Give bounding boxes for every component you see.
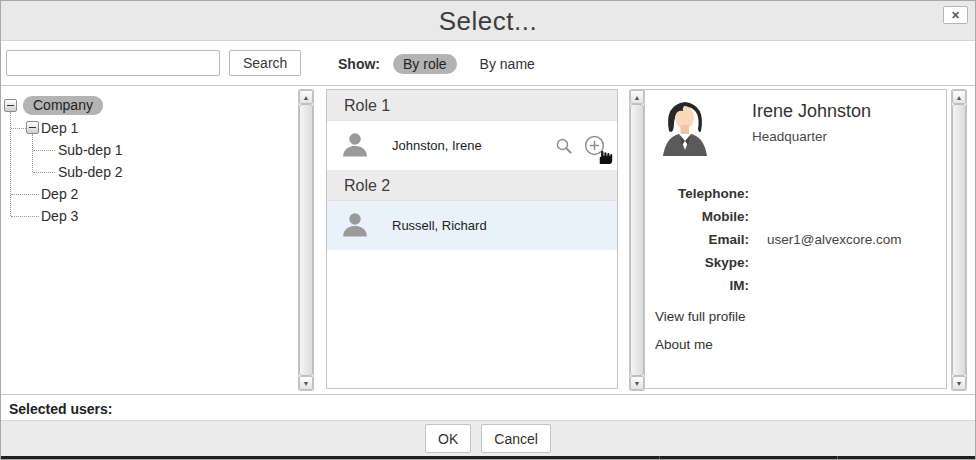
show-label: Show: [338,56,380,72]
select-dialog: Select... ✕ Search Show: By role By name… [0,0,976,460]
tree-item-label: Dep 2 [41,183,78,205]
profile-header: Irene Johnston Headquarter [645,90,946,156]
show-option-by-name[interactable]: By name [470,54,545,74]
tree-item-company[interactable]: Company [1,95,297,117]
ok-button[interactable]: OK [425,424,471,453]
profile-links: View full profileAbout me [645,309,946,352]
person-icon [340,129,370,163]
tree-connector [11,128,26,129]
scroll-down-arrow-icon[interactable]: ▼ [952,376,966,390]
profile-field-telephone: Telephone: [645,182,946,205]
scrollbar-thumb[interactable] [952,104,966,376]
scrollbar-thumb[interactable] [299,104,313,376]
roles-scrollbar[interactable]: ▲ ▼ [629,89,645,391]
user-name: Johnston, Irene [392,138,482,153]
user-profile-panel: Irene Johnston Headquarter Telephone:Mob… [644,89,947,389]
profile-link-view-full-profile[interactable]: View full profile [655,309,946,324]
tree-item-label: Dep 1 [41,117,78,139]
user-name: Russell, Richard [392,218,487,233]
collapse-toggle-icon[interactable] [26,121,39,134]
profile-field-email: Email:user1@alvexcore.com [645,228,946,251]
tree-item-sub-dep-2[interactable]: Sub-dep 2 [1,161,297,183]
profile-avatar [661,98,709,156]
profile-department: Headquarter [752,129,871,144]
strip-divider [659,456,660,460]
collapse-toggle-icon[interactable] [4,99,17,112]
profile-name: Irene Johnston [752,101,871,122]
tree-item-dep-1[interactable]: Dep 1 [1,117,297,139]
scroll-up-arrow-icon[interactable]: ▲ [299,90,313,104]
search-button[interactable]: Search [229,50,301,76]
tree-connector [11,194,39,195]
close-button[interactable]: ✕ [943,6,968,24]
background-page-strip [1,456,975,460]
view-profile-icon[interactable] [555,137,573,155]
user-row-russell-richard[interactable]: Russell, Richard [327,201,617,250]
tree-item-sub-dep-1[interactable]: Sub-dep 1 [1,139,297,161]
dialog-titlebar: Select... ✕ [1,1,975,41]
profile-field-label: IM: [645,278,749,293]
profile-field-skype: Skype: [645,251,946,274]
profile-link-about-me[interactable]: About me [655,337,946,352]
profile-field-label: Mobile: [645,209,749,224]
tree-connector [11,216,39,217]
tree-item-label: Dep 3 [41,205,78,227]
profile-field-im: IM: [645,274,946,297]
add-user-icon[interactable] [584,135,605,156]
profile-field-label: Email: [645,232,749,247]
selected-users-label: Selected users: [9,401,113,417]
cancel-button[interactable]: Cancel [481,424,551,453]
show-mode-group: Show: By role By name [338,41,545,86]
tree-item-dep-3[interactable]: Dep 3 [1,205,297,227]
selected-users-bar: Selected users: [1,394,975,420]
tree-item-dep-2[interactable]: Dep 2 [1,183,297,205]
department-tree: CompanyDep 1Sub-dep 1Sub-dep 2Dep 2Dep 3 [1,89,297,389]
profile-scrollbar[interactable]: ▲ ▼ [951,89,967,391]
tree-item-label: Company [23,96,103,115]
person-icon [340,209,370,243]
roles-list: Role 1Johnston, IreneRole 2Russell, Rich… [326,89,618,389]
tree-item-label: Sub-dep 2 [58,161,123,183]
scroll-up-arrow-icon[interactable]: ▲ [952,90,966,104]
tree-item-label: Sub-dep 1 [58,139,123,161]
scroll-down-arrow-icon[interactable]: ▼ [630,376,644,390]
show-option-by-role[interactable]: By role [393,54,457,74]
scroll-down-arrow-icon[interactable]: ▼ [299,376,313,390]
user-row-johnston-irene[interactable]: Johnston, Irene [327,121,617,170]
tree-connector [33,150,55,151]
profile-field-value: user1@alvexcore.com [767,232,902,247]
dialog-footer: OK Cancel [1,420,975,456]
dialog-title: Select... [1,1,975,41]
profile-field-label: Skype: [645,255,749,270]
profile-head-text: Irene Johnston Headquarter [752,98,871,156]
profile-field-label: Telephone: [645,186,749,201]
close-icon: ✕ [951,10,960,21]
tree-scrollbar[interactable]: ▲ ▼ [298,89,314,391]
search-input[interactable] [6,50,220,76]
role-group-header-role-1: Role 1 [327,90,617,121]
user-row-actions [555,135,617,156]
scroll-up-arrow-icon[interactable]: ▲ [630,90,644,104]
strip-divider [837,456,838,460]
tree-connector [33,172,55,173]
search-toolbar: Search Show: By role By name [1,41,975,86]
profile-fields: Telephone:Mobile:Email:user1@alvexcore.c… [645,182,946,297]
profile-field-mobile: Mobile: [645,205,946,228]
role-group-header-role-2: Role 2 [327,170,617,201]
scrollbar-thumb[interactable] [630,104,644,376]
main-area: CompanyDep 1Sub-dep 1Sub-dep 2Dep 2Dep 3… [1,86,975,394]
